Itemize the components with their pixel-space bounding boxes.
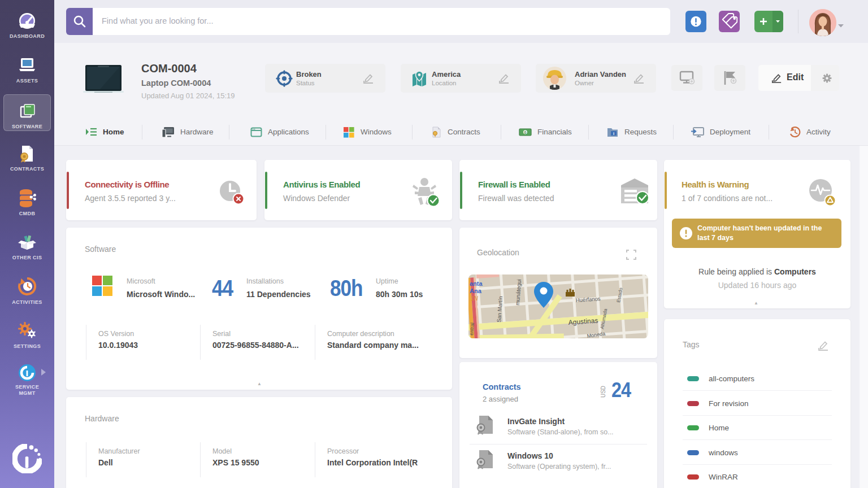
svg-text:1N: 1N: [471, 295, 479, 302]
svg-text:entral: entral: [468, 323, 475, 336]
svg-text:0: 0: [524, 130, 527, 134]
svg-text:anta: anta: [470, 280, 483, 287]
svg-text:Ana: Ana: [470, 287, 482, 294]
svg-text:i: i: [613, 130, 614, 136]
